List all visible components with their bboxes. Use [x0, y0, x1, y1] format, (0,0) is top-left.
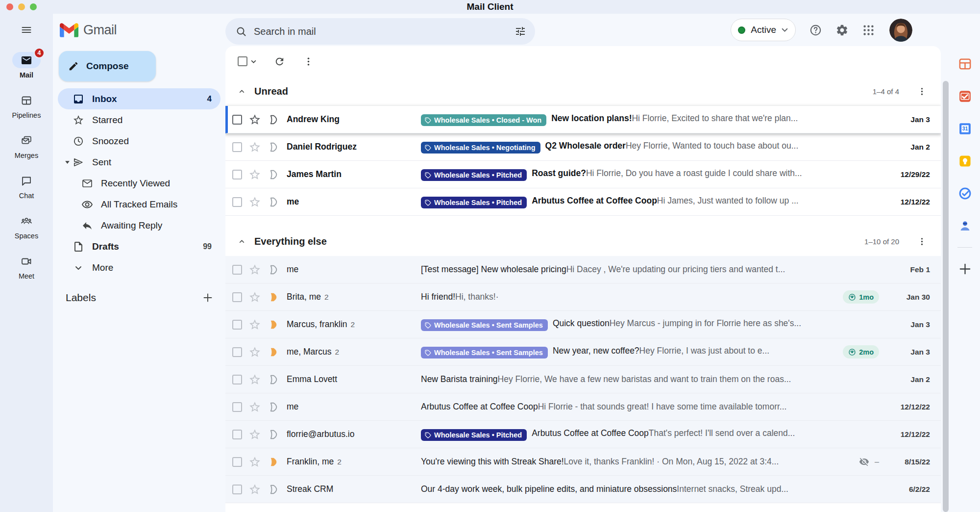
zoom-window-button[interactable]	[30, 3, 37, 10]
calendar-icon[interactable]: 31	[958, 122, 972, 136]
rail-item-mail[interactable]: 4Mail	[12, 52, 41, 79]
nav-item-sent[interactable]: Sent	[58, 152, 220, 173]
main-menu-button[interactable]	[0, 14, 53, 46]
vertical-scrollbar[interactable]	[943, 81, 949, 512]
nav-item-awaiting-reply[interactable]: Awaiting Reply	[58, 215, 220, 236]
nav-item-snoozed[interactable]: Snoozed	[58, 130, 220, 152]
row-checkbox[interactable]	[232, 485, 242, 494]
row-checkbox[interactable]	[232, 197, 242, 207]
pipeline-stage-badge[interactable]: Wholesale Sales • Pitched	[421, 429, 527, 441]
pipeline-stage-badge[interactable]: Wholesale Sales • Sent Samples	[421, 347, 548, 358]
section-collapse-icon[interactable]	[238, 237, 246, 246]
section-more-icon[interactable]	[917, 86, 927, 97]
apps-grid-icon[interactable]	[862, 24, 875, 37]
nav-item-all-tracked-emails[interactable]: All Tracked Emails	[58, 194, 220, 215]
star-icon[interactable]	[248, 346, 261, 358]
pipeline-stage-badge[interactable]: Wholesale Sales • Pitched	[421, 197, 527, 208]
streak-shared-pipeline-icon[interactable]	[268, 456, 279, 468]
help-icon[interactable]	[809, 24, 822, 37]
streak-shared-pipeline-icon[interactable]	[268, 291, 279, 303]
star-icon[interactable]	[248, 428, 261, 441]
streak-mail-merge-icon[interactable]	[958, 89, 972, 103]
row-checkbox[interactable]	[232, 375, 242, 384]
nav-item-drafts[interactable]: Drafts99	[58, 236, 220, 257]
streak-shared-pipeline-icon[interactable]	[268, 346, 279, 358]
pipeline-stage-badge[interactable]: Wholesale Sales • Closed - Won	[421, 114, 546, 126]
streak-pipeline-icon[interactable]	[268, 169, 279, 180]
pipeline-stage-badge[interactable]: Wholesale Sales • Negotiating	[421, 142, 540, 154]
email-row-daniel-rodriguez-1[interactable]: Daniel Rodriguez Wholesale Sales • Negot…	[225, 133, 941, 161]
streak-pipeline-icon[interactable]	[268, 429, 279, 440]
settings-gear-icon[interactable]	[835, 24, 849, 37]
refresh-icon[interactable]	[274, 56, 285, 67]
add-label-button[interactable]	[202, 292, 214, 304]
streak-pipelines-icon[interactable]	[958, 57, 972, 71]
streak-pipeline-icon[interactable]	[268, 141, 279, 153]
rail-item-meet[interactable]: Meet	[12, 253, 41, 280]
more-vert-icon[interactable]	[303, 56, 314, 67]
row-checkbox[interactable]	[232, 457, 242, 467]
email-row-me-5[interactable]: me Arbutus Coffee at Coffee CoopHi Florr…	[225, 393, 941, 421]
row-checkbox[interactable]	[232, 402, 242, 412]
email-row-franklin-me-7[interactable]: Franklin, me 2 You're viewing this with …	[225, 448, 941, 476]
row-checkbox[interactable]	[232, 320, 242, 330]
user-avatar[interactable]	[889, 19, 912, 42]
star-icon[interactable]	[248, 196, 261, 208]
status-dropdown[interactable]: Active	[731, 19, 796, 41]
get-addons-icon[interactable]	[958, 262, 972, 276]
row-checkbox[interactable]	[232, 170, 242, 179]
minimize-window-button[interactable]	[18, 3, 25, 10]
search-input[interactable]	[247, 26, 510, 37]
search-filters-button[interactable]	[510, 21, 531, 42]
nav-item-starred[interactable]: Starred	[58, 109, 220, 130]
star-icon[interactable]	[248, 291, 261, 304]
email-row-me-3[interactable]: me Wholesale Sales • PitchedArbutus Coff…	[225, 188, 941, 216]
search-icon[interactable]	[235, 26, 247, 37]
keep-icon[interactable]	[958, 154, 972, 168]
streak-pipeline-icon[interactable]	[268, 114, 279, 126]
star-icon[interactable]	[248, 373, 261, 386]
section-more-icon[interactable]	[917, 236, 927, 247]
nav-item-inbox[interactable]: Inbox4	[58, 88, 220, 109]
star-icon[interactable]	[248, 168, 261, 181]
star-icon[interactable]	[248, 456, 261, 468]
select-all-control[interactable]	[238, 56, 256, 66]
tasks-icon[interactable]	[958, 186, 972, 201]
rail-item-merges[interactable]: Merges	[12, 132, 41, 159]
star-icon[interactable]	[248, 263, 261, 276]
contacts-icon[interactable]	[958, 219, 972, 233]
rail-item-pipelines[interactable]: Pipelines	[12, 92, 41, 119]
compose-button[interactable]: Compose	[59, 51, 156, 81]
star-icon[interactable]	[248, 401, 261, 413]
row-checkbox[interactable]	[232, 292, 242, 302]
streak-pipeline-icon[interactable]	[268, 401, 279, 413]
row-checkbox[interactable]	[232, 115, 242, 125]
section-collapse-icon[interactable]	[238, 87, 246, 96]
streak-pipeline-icon[interactable]	[268, 264, 279, 276]
streak-pipeline-icon[interactable]	[268, 196, 279, 208]
streak-pipeline-icon[interactable]	[268, 374, 279, 385]
row-checkbox[interactable]	[232, 265, 242, 275]
star-icon[interactable]	[248, 141, 261, 154]
nav-item-recently-viewed[interactable]: Recently Viewed	[58, 173, 220, 194]
star-icon[interactable]	[248, 318, 261, 331]
email-row-marcus-franklin-2[interactable]: Marcus, franklin 2 Wholesale Sales • Sen…	[225, 311, 941, 338]
row-checkbox[interactable]	[232, 142, 242, 152]
rail-item-spaces[interactable]: Spaces	[12, 213, 41, 240]
row-checkbox[interactable]	[232, 347, 242, 357]
rail-item-chat[interactable]: Chat	[12, 173, 41, 200]
email-row-me-0[interactable]: me [Test message] New wholesale pricingH…	[225, 256, 941, 283]
streak-shared-pipeline-icon[interactable]	[268, 319, 279, 331]
row-checkbox[interactable]	[232, 430, 242, 439]
streak-pipeline-icon[interactable]	[268, 484, 279, 495]
close-window-button[interactable]	[6, 3, 13, 10]
star-icon[interactable]	[248, 113, 261, 126]
email-row-streak-crm-8[interactable]: Streak CRM Our 4-day work week, bulk pip…	[225, 476, 941, 503]
email-row-me-marcus-3[interactable]: me, Marcus 2 Wholesale Sales • Sent Samp…	[225, 338, 941, 366]
pipeline-stage-badge[interactable]: Wholesale Sales • Pitched	[421, 169, 527, 181]
email-row-james-martin-2[interactable]: James Martin Wholesale Sales • PitchedRo…	[225, 161, 941, 188]
expander-icon[interactable]	[62, 159, 73, 165]
pipeline-stage-badge[interactable]: Wholesale Sales • Sent Samples	[421, 319, 548, 331]
email-row-andrew-king-0[interactable]: Andrew King Wholesale Sales • Closed - W…	[225, 106, 941, 133]
nav-item-more[interactable]: More	[58, 257, 220, 278]
